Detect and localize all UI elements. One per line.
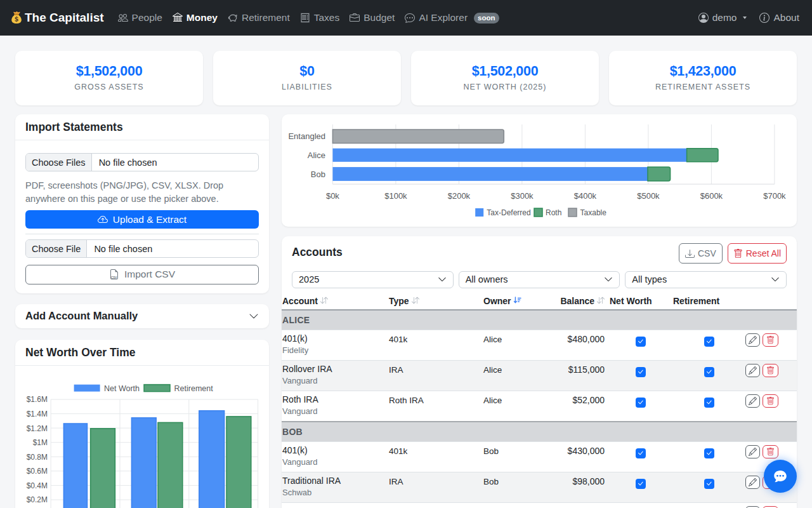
svg-text:$0.4M: $0.4M bbox=[27, 481, 48, 490]
svg-text:$200k: $200k bbox=[448, 191, 471, 201]
svg-text:$300k: $300k bbox=[511, 191, 534, 201]
svg-text:Tax-Deferred: Tax-Deferred bbox=[487, 208, 530, 217]
svg-text:$1.6M: $1.6M bbox=[27, 395, 48, 404]
svg-text:$500k: $500k bbox=[637, 191, 660, 201]
svg-text:Entangled: Entangled bbox=[288, 131, 325, 141]
svg-text:$100k: $100k bbox=[384, 191, 407, 201]
svg-text:Net Worth: Net Worth bbox=[104, 384, 140, 392]
svg-text:Retirement: Retirement bbox=[174, 384, 214, 392]
svg-text:$0.2M: $0.2M bbox=[27, 495, 48, 504]
svg-text:$0.6M: $0.6M bbox=[27, 467, 48, 476]
svg-text:Roth: Roth bbox=[546, 208, 561, 217]
svg-text:$0k: $0k bbox=[326, 191, 339, 201]
svg-text:$400k: $400k bbox=[574, 191, 597, 201]
svg-text:$1M: $1M bbox=[33, 438, 48, 447]
svg-text:$1.4M: $1.4M bbox=[27, 410, 48, 418]
svg-text:Taxable: Taxable bbox=[580, 208, 607, 217]
svg-text:Bob: Bob bbox=[311, 170, 325, 179]
svg-text:$0.8M: $0.8M bbox=[27, 452, 48, 461]
svg-text:$1.2M: $1.2M bbox=[27, 424, 48, 432]
svg-text:$600k: $600k bbox=[700, 191, 723, 201]
svg-text:CSV: CSV bbox=[111, 276, 117, 279]
svg-text:Alice: Alice bbox=[308, 150, 325, 160]
svg-text:$700k: $700k bbox=[763, 191, 786, 201]
